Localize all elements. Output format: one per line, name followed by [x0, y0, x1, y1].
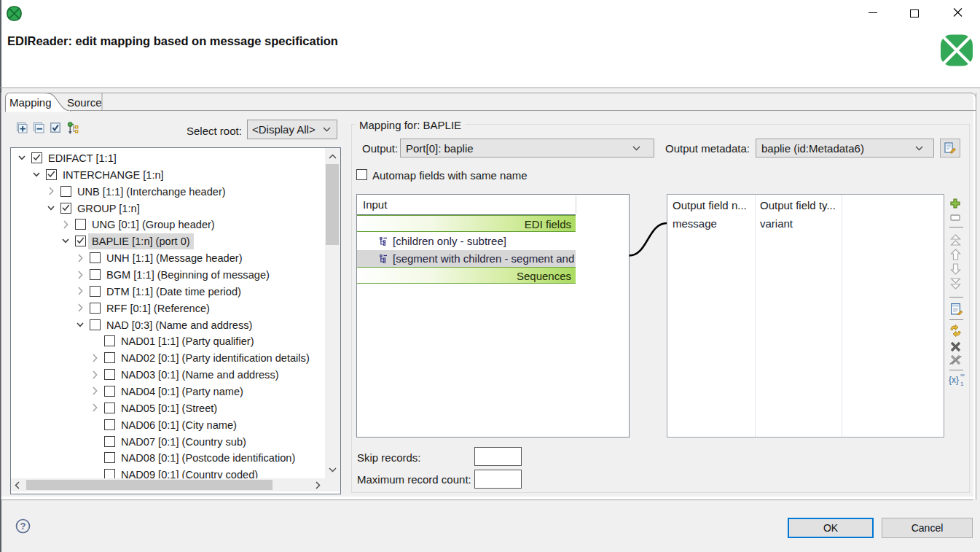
svg-text:?: ? — [20, 521, 26, 532]
